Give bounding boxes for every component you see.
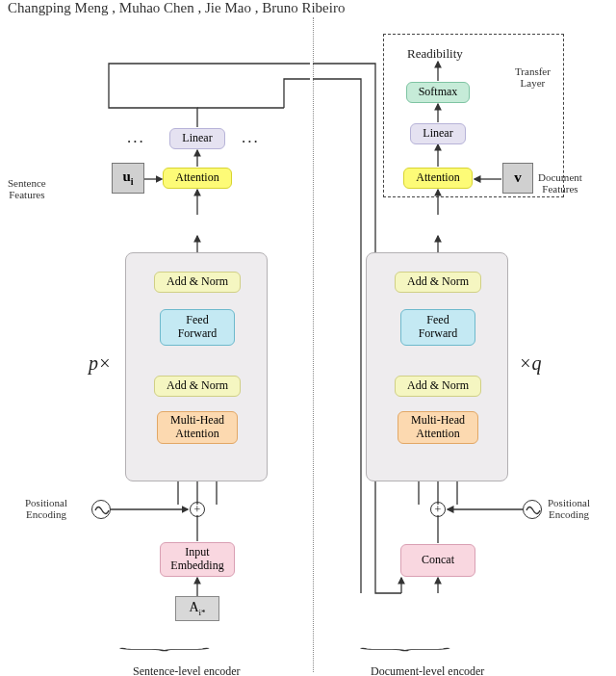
repeat-q: ×q xyxy=(519,352,542,375)
input-embedding: Input Embedding xyxy=(160,542,235,577)
sentence-features-label: Sentence Features xyxy=(8,177,46,200)
addnorm-top-right: Add & Norm xyxy=(395,272,481,293)
multihead-attention-right: Multi-Head Attention xyxy=(398,411,478,444)
addnorm-top-left: Add & Norm xyxy=(154,272,241,293)
brace-left: ⏟ xyxy=(119,633,210,653)
input-token-box: Ai* xyxy=(175,596,219,621)
document-feature-box: v xyxy=(502,163,533,194)
repeat-p: p× xyxy=(89,352,112,375)
feedforward-left: Feed Forward xyxy=(160,309,235,346)
addnorm-bottom-right: Add & Norm xyxy=(395,376,481,397)
softmax-block: Softmax xyxy=(406,82,470,103)
caption-right: Document-level encoder xyxy=(371,664,484,676)
sine-icon-right xyxy=(523,500,542,519)
author-line: Changping Meng , Muhao Chen , Jie Mao , … xyxy=(8,0,345,16)
positional-encoding-label-left: Positional Encoding xyxy=(25,497,67,520)
positional-encoding-label-right: Positional Encoding xyxy=(548,497,590,520)
brace-right: ⏟ xyxy=(360,633,450,653)
linear-block-right: Linear xyxy=(410,123,466,144)
multihead-attention-left: Multi-Head Attention xyxy=(157,411,238,444)
document-features-label: Document Features xyxy=(538,171,582,195)
attention-block-right: Attention xyxy=(403,168,473,189)
dots-right: ... xyxy=(242,128,260,147)
add-circle-right: + xyxy=(430,502,446,517)
sine-icon-left xyxy=(91,500,111,519)
add-circle-left: + xyxy=(190,502,205,517)
caption-left: Sentence-level encoder xyxy=(133,664,241,676)
concat-block: Concat xyxy=(400,544,475,577)
column-divider xyxy=(313,17,314,672)
transfer-layer-label: Transfer Layer xyxy=(515,65,551,89)
sentence-feature-box: ui xyxy=(112,163,144,194)
addnorm-bottom-left: Add & Norm xyxy=(154,376,241,397)
linear-block-left: Linear xyxy=(169,128,225,149)
readability-label: Readibility xyxy=(407,46,463,62)
dots-left: ... xyxy=(127,128,145,147)
attention-block-left: Attention xyxy=(163,168,232,189)
feedforward-right: Feed Forward xyxy=(400,309,475,346)
